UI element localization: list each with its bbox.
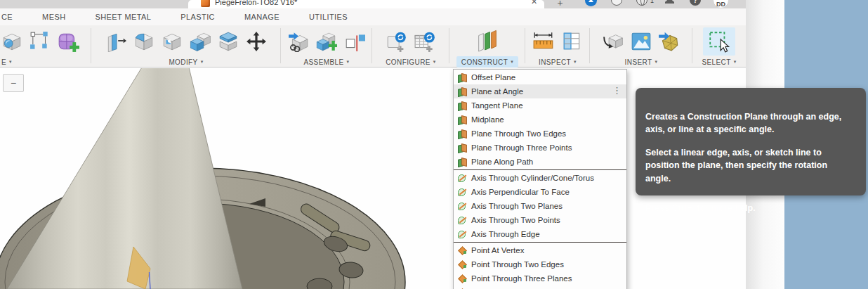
history-icon[interactable] [611, 0, 622, 6]
section-analysis-button[interactable] [558, 27, 585, 56]
menu-item-point-at-center[interactable]: Point At Center Of Circle/Sphere/Torus [454, 285, 626, 289]
browser-collapse-button[interactable]: − [3, 74, 24, 92]
cone-body [7, 68, 242, 289]
assemble-group-label[interactable]: ASSEMBLE ▾ [281, 56, 372, 68]
inspect-group-label[interactable]: INSPECT ▾ [525, 56, 590, 68]
assemble-link-icon [288, 31, 309, 52]
derive-button[interactable] [600, 27, 626, 56]
fillet-icon [133, 31, 154, 52]
tab-sheet-metal[interactable]: SHEET METAL [95, 13, 151, 21]
tab-mesh[interactable]: MESH [42, 13, 65, 21]
tab-surface-partial[interactable]: CE [1, 13, 13, 21]
axis-through-two-planes-icon [457, 201, 467, 211]
create-group-label[interactable]: E ▾ [0, 56, 91, 68]
avatar[interactable]: DD [713, 0, 729, 8]
point-through-three-planes-icon [457, 274, 467, 283]
group-create-partial: E ▾ [0, 25, 91, 68]
construct-planes-icon [475, 29, 500, 54]
midplane-icon [457, 115, 467, 124]
menu-item-plane-along-path[interactable]: Plane Along Path [454, 155, 626, 169]
menu-item-point-through-three-planes[interactable]: Point Through Three Planes [454, 271, 626, 285]
menu-item-axis-through-two-planes[interactable]: Axis Through Two Planes [454, 199, 626, 213]
plane-along-path-icon [457, 157, 467, 167]
group-insert: INSERT ▾ [590, 25, 692, 68]
menu-item-axis-through-two-points[interactable]: Axis Through Two Points [454, 213, 626, 227]
menu-item-plane-through-three-points[interactable]: Plane Through Three Points [454, 141, 626, 155]
group-select: SELECT ▾ [692, 25, 746, 68]
plane-at-angle-icon [457, 86, 467, 96]
select-button[interactable] [703, 27, 735, 56]
chevron-down-icon: ▾ [201, 59, 204, 65]
model-viewport[interactable]: − [0, 68, 746, 289]
chevron-down-icon: ▾ [655, 59, 657, 65]
3d-model-scene [0, 68, 465, 289]
create-form-button[interactable] [55, 27, 81, 56]
menu-item-midplane[interactable]: Midplane [454, 113, 626, 127]
canvas-button[interactable] [628, 27, 655, 56]
tab-utilities[interactable]: UTILITIES [309, 13, 348, 21]
tab-manage[interactable]: MANAGE [244, 13, 280, 21]
menu-item-point-through-two-edges[interactable]: Point Through Two Edges [454, 257, 626, 271]
insert-group-label[interactable]: INSERT ▾ [590, 56, 692, 68]
close-tab-icon[interactable]: ✕ [531, 0, 537, 6]
kebab-menu-icon[interactable]: ⋮ [612, 85, 622, 96]
group-construct: CONSTRUCT ▾ [449, 25, 525, 68]
menu-item-point-at-vertex[interactable]: Point At Vertex [454, 243, 626, 257]
chevron-down-icon: ▾ [433, 59, 436, 65]
construct-group-label[interactable]: CONSTRUCT ▾ [456, 56, 518, 68]
fillet-button[interactable] [131, 27, 157, 56]
configure-button[interactable] [383, 27, 410, 56]
fusion360-window: PiegeFrelon-TO82 V16* ✕ ＋ 1 ? DD CE MESH… [0, 0, 868, 289]
configuration-table-icon [414, 30, 436, 53]
menu-item-plane-at-angle[interactable]: Plane at Angle ⋮ [454, 84, 626, 98]
press-pull-icon [105, 31, 126, 52]
new-component-icon [316, 31, 337, 52]
split-body-icon [218, 31, 239, 52]
group-configure: CONFIGURE ▾ [372, 25, 449, 68]
notifications-bell-icon[interactable] [665, 0, 674, 4]
move-copy-button[interactable] [243, 27, 270, 56]
construct-dropdown-menu: Offset Plane Plane at Angle ⋮ Tangent Pl… [453, 69, 627, 289]
menu-item-plane-through-two-edges[interactable]: Plane Through Two Edges [454, 127, 626, 141]
menu-item-tangent-plane[interactable]: Tangent Plane [454, 98, 626, 113]
joint-button[interactable] [341, 27, 368, 56]
insert-mesh-button[interactable] [656, 27, 683, 56]
box-select-icon [29, 31, 51, 52]
combine-icon [190, 31, 211, 52]
chevron-down-icon: ▾ [574, 59, 577, 65]
axis-through-edge-icon [457, 229, 467, 239]
press-pull-button[interactable] [103, 27, 129, 56]
menu-item-axis-through-cylinder-cone-torus[interactable]: Axis Through Cylinder/Cone/Torus [454, 171, 626, 185]
insert-link-button[interactable] [285, 27, 312, 56]
document-title: PiegeFrelon-TO82 V16* [215, 0, 297, 6]
axis-perpendicular-to-face-icon [457, 187, 467, 197]
construct-button[interactable] [474, 27, 501, 56]
configure-group-label[interactable]: CONFIGURE ▾ [372, 56, 449, 68]
form-tool-button[interactable] [0, 27, 25, 56]
tab-plastic[interactable]: PLASTIC [180, 13, 215, 21]
measure-ruler-icon [532, 30, 555, 53]
move-icon [246, 31, 267, 52]
menu-item-offset-plane[interactable]: Offset Plane [454, 70, 626, 84]
document-tab[interactable]: PiegeFrelon-TO82 V16* ✕ [188, 0, 544, 8]
canvas-image-icon [630, 30, 652, 53]
modify-group-label[interactable]: MODIFY ▾ [91, 56, 281, 68]
select-group-label[interactable]: SELECT ▾ [692, 56, 746, 68]
job-status-icon[interactable] [585, 0, 597, 6]
group-inspect: INSPECT ▾ [525, 25, 590, 68]
menu-item-axis-through-edge[interactable]: Axis Through Edge [454, 227, 626, 241]
shell-button[interactable] [159, 27, 185, 56]
menu-item-axis-perpendicular-to-face[interactable]: Axis Perpendicular To Face [454, 185, 626, 199]
collaboration-icon[interactable] [636, 0, 647, 6]
split-body-button[interactable] [215, 27, 242, 56]
measure-button[interactable] [530, 27, 557, 56]
plane-through-two-edges-icon [457, 129, 467, 139]
new-component-button[interactable] [313, 27, 340, 56]
configuration-table-button[interactable] [412, 27, 438, 56]
plane-at-angle-tooltip: Creates a Construction Plane through an … [636, 88, 866, 195]
help-icon[interactable]: ? [690, 0, 701, 6]
edit-form-button[interactable] [27, 27, 53, 56]
combine-button[interactable] [187, 27, 213, 56]
configure-icon [386, 30, 408, 53]
tooltip-description: Creates a Construction Plane through an … [645, 110, 853, 136]
